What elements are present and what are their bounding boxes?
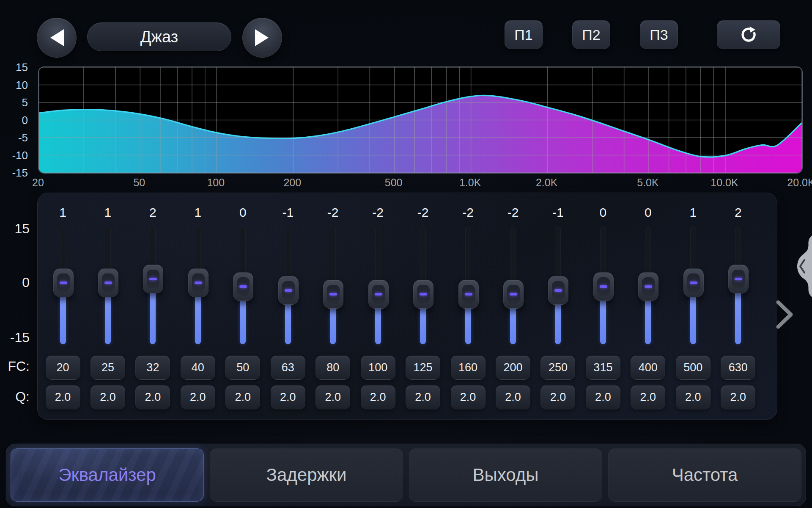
slider-scale-max: 15 — [0, 220, 30, 237]
band-fc-value[interactable]: 20 — [46, 356, 80, 380]
band-slider-thumb[interactable] — [548, 276, 568, 305]
band-q-value[interactable]: 2.0 — [451, 385, 486, 409]
preset-next-button[interactable] — [242, 18, 282, 58]
band-q-value[interactable]: 2.0 — [721, 385, 755, 409]
tab-delays[interactable]: Задержки — [210, 448, 403, 502]
db-tick-label: -10 — [3, 149, 28, 161]
bottom-tab-bar: ЭквалайзерЗадержкиВыходыЧастота — [6, 444, 806, 506]
band-gain-value: -2 — [462, 205, 474, 220]
band-q-value[interactable]: 2.0 — [135, 385, 170, 409]
refresh-icon — [740, 26, 757, 43]
band-slider-thumb[interactable] — [458, 280, 479, 309]
band-slider-thumb[interactable] — [368, 280, 389, 309]
band-slider-thumb[interactable] — [98, 268, 118, 297]
reset-button[interactable] — [717, 20, 780, 49]
thumb-dash-icon — [285, 289, 292, 292]
thumb-dash-icon — [600, 285, 607, 288]
band-q-value[interactable]: 2.0 — [540, 385, 575, 409]
band-fc-value[interactable]: 50 — [225, 356, 260, 380]
preset-name: Джаз — [140, 28, 178, 46]
memory-preset-3-button[interactable]: П3 — [640, 20, 678, 49]
db-tick-label: 10 — [3, 79, 28, 91]
band-slider-thumb[interactable] — [323, 280, 343, 309]
band-fc-value[interactable]: 25 — [91, 356, 125, 380]
band-fc-value[interactable]: 630 — [721, 356, 755, 380]
band-gain-value: 1 — [689, 205, 697, 220]
preset-selector[interactable]: Джаз — [87, 22, 231, 51]
band-q-value[interactable]: 2.0 — [361, 385, 395, 409]
db-axis-labels: 151050-5-10-15 — [0, 66, 31, 174]
band-gain-value: -2 — [508, 205, 519, 220]
band-fc-value[interactable]: 125 — [406, 356, 440, 380]
band-fc-value[interactable]: 315 — [586, 356, 620, 380]
band-q-value[interactable]: 2.0 — [586, 385, 620, 409]
preset-prev-button[interactable] — [37, 18, 77, 58]
band-fc-value[interactable]: 200 — [496, 356, 530, 380]
eq-curve-area — [39, 95, 802, 173]
band-q-value[interactable]: 2.0 — [315, 385, 350, 409]
band-slider-thumb[interactable] — [53, 268, 74, 297]
triangle-left-icon — [49, 29, 64, 46]
slider-scale-min: -15 — [0, 329, 30, 346]
band-gain-value: 0 — [645, 205, 652, 220]
band-fc-value[interactable]: 400 — [631, 356, 665, 380]
thumb-dash-icon — [465, 293, 472, 295]
side-panel-handle[interactable] — [791, 235, 812, 297]
band-q-value[interactable]: 2.0 — [91, 385, 125, 409]
band-fc-value[interactable]: 63 — [271, 356, 305, 380]
band-q-value[interactable]: 2.0 — [46, 385, 80, 409]
band-q-value[interactable]: 2.0 — [676, 385, 710, 409]
thumb-dash-icon — [104, 282, 112, 284]
thumb-dash-icon — [375, 293, 382, 295]
band-slider-thumb[interactable] — [728, 265, 749, 293]
db-tick-label: -5 — [3, 132, 28, 144]
freq-tick-label: 2.0K — [536, 177, 557, 189]
freq-tick-label: 20.0K — [787, 177, 812, 189]
band-q-value[interactable]: 2.0 — [496, 385, 530, 409]
band-q-value[interactable]: 2.0 — [406, 385, 440, 409]
freq-tick-label: 20 — [32, 177, 44, 189]
band-q-value[interactable]: 2.0 — [631, 385, 665, 409]
band-slider-thumb[interactable] — [413, 280, 433, 309]
band-slider-thumb[interactable] — [278, 276, 299, 305]
freq-tick-label: 500 — [385, 177, 403, 189]
chevron-right-icon — [775, 300, 795, 329]
band-fc-value[interactable]: 100 — [361, 356, 395, 380]
band-q-value[interactable]: 2.0 — [181, 385, 215, 409]
band-fc-value[interactable]: 500 — [676, 356, 710, 380]
memory-preset-1-button[interactable]: П1 — [505, 20, 543, 49]
thumb-dash-icon — [239, 285, 247, 288]
band-slider-thumb[interactable] — [188, 268, 208, 297]
memory-preset-2-button[interactable]: П2 — [572, 20, 610, 49]
tab-equalizer[interactable]: Эквалайзер — [11, 448, 204, 502]
tab-frequency[interactable]: Частота — [608, 448, 801, 502]
band-slider-thumb[interactable] — [503, 280, 524, 309]
band-gain-value: 0 — [239, 205, 247, 220]
thumb-dash-icon — [149, 278, 157, 280]
thumb-dash-icon — [735, 278, 742, 280]
band-fc-value[interactable]: 160 — [451, 356, 486, 380]
band-slider-thumb[interactable] — [593, 272, 614, 301]
band-q-value[interactable]: 2.0 — [225, 385, 260, 409]
fc-row-label: FC: — [0, 357, 30, 375]
band-slider-thumb[interactable] — [143, 265, 163, 293]
db-tick-label: 15 — [3, 61, 28, 73]
band-slider-thumb[interactable] — [683, 268, 704, 297]
band-fc-value[interactable]: 32 — [135, 356, 170, 380]
tab-outputs[interactable]: Выходы — [409, 448, 602, 502]
thumb-dash-icon — [645, 285, 652, 288]
q-row-label: Q: — [0, 388, 30, 406]
band-slider-thumb[interactable] — [638, 272, 658, 301]
band-gain-value: 0 — [600, 205, 607, 220]
band-q-value[interactable]: 2.0 — [271, 385, 305, 409]
band-fc-value[interactable]: 80 — [315, 356, 350, 380]
band-fc-value[interactable]: 250 — [540, 356, 575, 380]
triangle-right-icon — [255, 29, 269, 46]
expand-right-button[interactable] — [775, 300, 795, 331]
slider-scale-zero: 0 — [0, 273, 30, 291]
freq-tick-label: 50 — [133, 177, 145, 189]
band-slider-thumb[interactable] — [233, 272, 253, 301]
band-fc-value[interactable]: 40 — [181, 356, 215, 380]
db-tick-label: -15 — [3, 167, 28, 179]
thumb-dash-icon — [195, 282, 202, 284]
